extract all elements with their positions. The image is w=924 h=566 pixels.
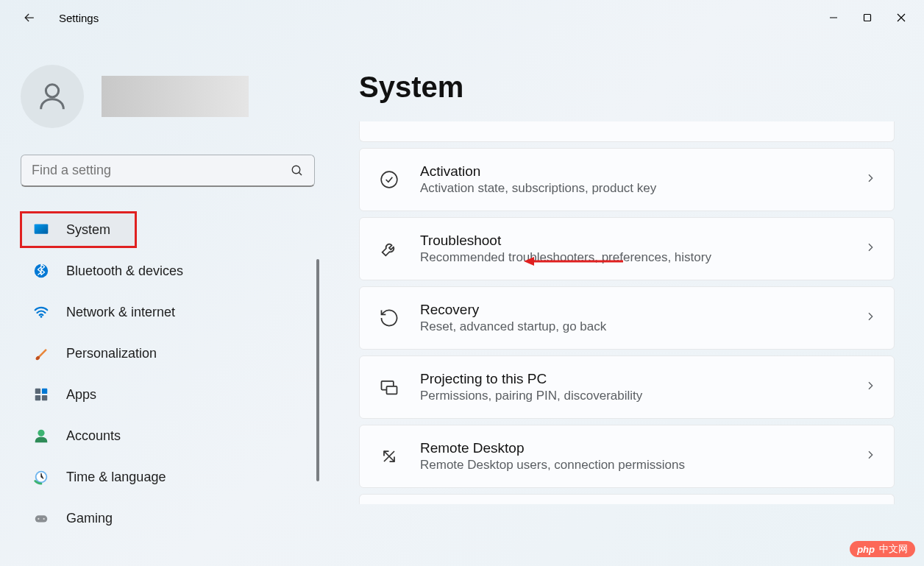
svg-line-4: [299, 172, 302, 175]
close-button[interactable]: [884, 6, 918, 29]
titlebar: Settings: [0, 0, 924, 35]
page-title: System: [359, 71, 895, 104]
activation-icon: [377, 168, 401, 191]
wifi-icon: [32, 303, 50, 321]
sidebar-item-label: Network & internet: [66, 305, 175, 320]
settings-card-partial[interactable]: [359, 494, 895, 504]
card-subtitle: Remote Desktop users, connection permiss…: [420, 458, 864, 473]
settings-card-remote-desktop[interactable]: Remote Desktop Remote Desktop users, con…: [359, 425, 895, 488]
user-section: [21, 65, 315, 128]
projecting-icon: [377, 375, 401, 399]
svg-rect-11: [35, 395, 40, 400]
svg-point-18: [43, 518, 45, 520]
gaming-icon: [32, 509, 50, 527]
person-icon: [35, 79, 69, 113]
minimize-icon: [829, 13, 838, 22]
sidebar-item-label: Accounts: [66, 428, 121, 444]
card-title: Troubleshoot: [420, 233, 864, 249]
bluetooth-icon: [32, 262, 50, 280]
troubleshoot-icon: [377, 237, 401, 261]
svg-rect-21: [387, 386, 397, 395]
svg-point-17: [38, 518, 39, 520]
sidebar-item-bluetooth[interactable]: Bluetooth & devices: [21, 253, 315, 289]
accounts-icon: [32, 427, 50, 445]
sidebar-item-label: Time & language: [66, 470, 166, 485]
search-icon: [291, 164, 304, 177]
svg-point-8: [40, 316, 43, 318]
sidebar: System Bluetooth & devices Network & int…: [0, 35, 324, 566]
settings-card-activation[interactable]: Activation Activation state, subscriptio…: [359, 148, 895, 211]
maximize-button[interactable]: [850, 6, 884, 29]
app-title: Settings: [59, 12, 99, 24]
svg-rect-10: [42, 389, 47, 394]
sidebar-item-accounts[interactable]: Accounts: [21, 418, 315, 453]
chevron-right-icon: [864, 311, 876, 325]
system-icon: [32, 221, 50, 238]
sidebar-item-system[interactable]: System: [21, 212, 136, 247]
main-content: System Activation Activation state, subs…: [324, 35, 924, 566]
card-title: Activation: [420, 163, 864, 180]
recovery-icon: [377, 306, 401, 330]
settings-card-troubleshoot[interactable]: Troubleshoot Recommended troubleshooters…: [359, 217, 895, 280]
back-button[interactable]: [15, 3, 44, 32]
nav-list: System Bluetooth & devices Network & int…: [21, 212, 315, 536]
sidebar-item-label: Gaming: [66, 511, 113, 526]
window-controls: [817, 6, 918, 29]
svg-point-13: [38, 430, 44, 436]
sidebar-item-network[interactable]: Network & internet: [21, 294, 315, 330]
card-subtitle: Reset, advanced startup, go back: [420, 319, 864, 334]
svg-point-2: [46, 85, 58, 97]
settings-card-recovery[interactable]: Recovery Reset, advanced startup, go bac…: [359, 286, 895, 350]
svg-rect-12: [42, 395, 47, 400]
close-icon: [897, 13, 906, 22]
card-subtitle: Activation state, subscriptions, product…: [420, 181, 864, 196]
svg-rect-1: [864, 15, 871, 21]
sidebar-item-label: System: [66, 222, 110, 238]
avatar[interactable]: [21, 65, 84, 128]
paintbrush-icon: [32, 344, 50, 362]
svg-rect-9: [35, 389, 40, 394]
maximize-icon: [863, 13, 872, 22]
chevron-right-icon: [864, 380, 876, 395]
sidebar-item-label: Personalization: [66, 346, 157, 361]
sidebar-item-personalization[interactable]: Personalization: [21, 336, 315, 371]
search-input[interactable]: [32, 163, 291, 178]
chevron-right-icon: [864, 449, 876, 464]
sidebar-scrollbar[interactable]: [316, 259, 319, 481]
sidebar-item-label: Bluetooth & devices: [66, 263, 183, 279]
settings-card-projecting[interactable]: Projecting to this PC Permissions, pairi…: [359, 355, 895, 419]
svg-rect-16: [35, 515, 48, 522]
watermark: php 中文网: [850, 541, 915, 557]
sidebar-item-apps[interactable]: Apps: [21, 377, 315, 412]
remote-desktop-icon: [377, 445, 401, 468]
card-title: Projecting to this PC: [420, 371, 864, 387]
minimize-button[interactable]: [817, 6, 850, 29]
svg-point-3: [292, 166, 300, 174]
back-arrow-icon: [22, 10, 37, 25]
sidebar-item-time[interactable]: Time & language: [21, 459, 315, 495]
search-box[interactable]: [21, 155, 315, 187]
username-placeholder: [102, 76, 249, 117]
card-title: Remote Desktop: [420, 440, 864, 456]
chevron-right-icon: [864, 241, 876, 256]
settings-card-list: Activation Activation state, subscriptio…: [359, 121, 895, 504]
sidebar-item-label: Apps: [66, 387, 96, 403]
svg-rect-6: [35, 224, 48, 234]
sidebar-item-gaming[interactable]: Gaming: [21, 500, 315, 536]
chevron-right-icon: [864, 172, 876, 187]
card-title: Recovery: [420, 302, 864, 318]
card-subtitle: Recommended troubleshooters, preferences…: [420, 250, 864, 265]
settings-card-partial[interactable]: [359, 121, 895, 142]
apps-icon: [32, 386, 50, 403]
clock-icon: [32, 468, 50, 486]
svg-point-19: [381, 171, 397, 188]
card-subtitle: Permissions, pairing PIN, discoverabilit…: [420, 389, 864, 403]
